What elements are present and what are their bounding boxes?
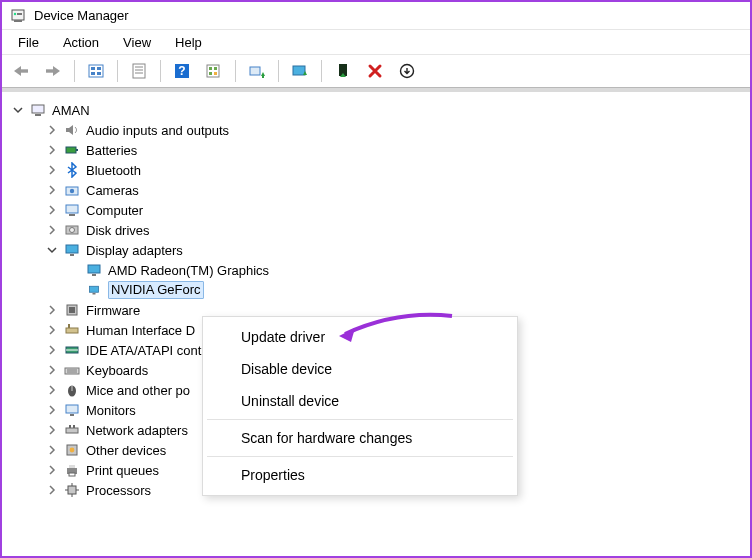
- chevron-right-icon[interactable]: [46, 304, 58, 316]
- device-label: AMD Radeon(TM) Graphics: [108, 263, 269, 278]
- svg-rect-44: [69, 307, 75, 313]
- help-button[interactable]: ?: [167, 57, 197, 85]
- menu-view[interactable]: View: [113, 33, 161, 52]
- toolbar-separator: [321, 60, 322, 82]
- svg-rect-58: [73, 425, 75, 428]
- svg-rect-17: [207, 65, 219, 77]
- svg-rect-11: [133, 64, 145, 78]
- chevron-right-icon[interactable]: [46, 224, 58, 236]
- ide-icon: [64, 342, 80, 358]
- uninstall-device-button[interactable]: [360, 57, 390, 85]
- svg-rect-63: [69, 473, 75, 476]
- display-icon: [64, 242, 80, 258]
- svg-rect-7: [91, 67, 95, 70]
- category-label: Batteries: [86, 143, 137, 158]
- category-label: Display adapters: [86, 243, 183, 258]
- chevron-right-icon[interactable]: [46, 164, 58, 176]
- device-amd-radeon[interactable]: AMD Radeon(TM) Graphics: [68, 260, 744, 280]
- chevron-right-icon[interactable]: [46, 124, 58, 136]
- back-button[interactable]: [6, 57, 36, 85]
- svg-rect-46: [68, 324, 70, 328]
- properties-button[interactable]: [124, 57, 154, 85]
- ctx-separator: [207, 419, 513, 420]
- disk-icon: [64, 222, 80, 238]
- svg-rect-37: [66, 245, 78, 253]
- disable-device-button[interactable]: [328, 57, 358, 85]
- svg-rect-23: [262, 76, 264, 78]
- chevron-none: [68, 264, 80, 276]
- category-label: Human Interface D: [86, 323, 195, 338]
- camera-icon: [64, 182, 80, 198]
- chevron-right-icon[interactable]: [46, 484, 58, 496]
- svg-rect-33: [66, 205, 78, 213]
- category-audio[interactable]: Audio inputs and outputs: [46, 120, 744, 140]
- ctx-properties[interactable]: Properties: [205, 459, 515, 491]
- chevron-right-icon[interactable]: [46, 384, 58, 396]
- svg-rect-64: [68, 486, 76, 494]
- toolbar-separator: [117, 60, 118, 82]
- firmware-icon: [64, 302, 80, 318]
- enable-device-button[interactable]: [285, 57, 315, 85]
- category-label: Network adapters: [86, 423, 188, 438]
- menu-bar: File Action View Help: [2, 30, 750, 54]
- window-title: Device Manager: [34, 8, 129, 23]
- menu-help[interactable]: Help: [165, 33, 212, 52]
- chevron-right-icon[interactable]: [46, 364, 58, 376]
- svg-rect-3: [17, 13, 22, 15]
- options-button[interactable]: [392, 57, 422, 85]
- category-label: Bluetooth: [86, 163, 141, 178]
- ctx-update-driver[interactable]: Update driver: [205, 321, 515, 353]
- update-driver-button[interactable]: [242, 57, 272, 85]
- category-cameras[interactable]: Cameras: [46, 180, 744, 200]
- svg-rect-62: [69, 465, 75, 468]
- other-icon: [64, 442, 80, 458]
- category-disk-drives[interactable]: Disk drives: [46, 220, 744, 240]
- chevron-down-icon[interactable]: [12, 104, 24, 116]
- category-label: Mice and other po: [86, 383, 190, 398]
- svg-point-36: [70, 228, 75, 233]
- ctx-scan-hardware[interactable]: Scan for hardware changes: [205, 422, 515, 454]
- category-bluetooth[interactable]: Bluetooth: [46, 160, 744, 180]
- svg-rect-4: [21, 69, 28, 72]
- svg-rect-54: [66, 405, 78, 413]
- toolbar: ?: [2, 54, 750, 88]
- chevron-right-icon[interactable]: [46, 324, 58, 336]
- chevron-right-icon[interactable]: [46, 424, 58, 436]
- svg-rect-42: [93, 293, 96, 295]
- network-icon: [64, 422, 80, 438]
- chevron-right-icon[interactable]: [46, 404, 58, 416]
- chevron-right-icon[interactable]: [46, 144, 58, 156]
- menu-action[interactable]: Action: [53, 33, 109, 52]
- toolbar-separator: [74, 60, 75, 82]
- tree-root[interactable]: AMAN: [12, 100, 744, 120]
- svg-rect-18: [209, 67, 212, 70]
- scan-hardware-button[interactable]: [199, 57, 229, 85]
- svg-rect-49: [65, 368, 79, 374]
- chevron-right-icon[interactable]: [46, 344, 58, 356]
- svg-rect-20: [209, 72, 212, 75]
- category-label: Print queues: [86, 463, 159, 478]
- chevron-right-icon[interactable]: [46, 444, 58, 456]
- category-computer[interactable]: Computer: [46, 200, 744, 220]
- category-label: Computer: [86, 203, 143, 218]
- forward-button[interactable]: [38, 57, 68, 85]
- display-icon: [86, 262, 102, 278]
- chevron-down-icon[interactable]: [46, 244, 58, 256]
- category-display-adapters[interactable]: Display adapters: [46, 240, 744, 260]
- display-icon: [86, 281, 102, 299]
- svg-rect-8: [97, 67, 101, 70]
- device-nvidia-geforce[interactable]: NVIDIA GeForc: [68, 280, 744, 300]
- ctx-disable-device[interactable]: Disable device: [205, 353, 515, 385]
- app-icon: [10, 8, 26, 24]
- category-batteries[interactable]: Batteries: [46, 140, 744, 160]
- category-label: Processors: [86, 483, 151, 498]
- chevron-right-icon[interactable]: [46, 464, 58, 476]
- svg-rect-5: [46, 69, 53, 72]
- menu-file[interactable]: File: [8, 33, 49, 52]
- ctx-uninstall-device[interactable]: Uninstall device: [205, 385, 515, 417]
- toolbar-separator: [235, 60, 236, 82]
- context-menu: Update driver Disable device Uninstall d…: [202, 316, 518, 496]
- chevron-right-icon[interactable]: [46, 204, 58, 216]
- chevron-right-icon[interactable]: [46, 184, 58, 196]
- show-hidden-button[interactable]: [81, 57, 111, 85]
